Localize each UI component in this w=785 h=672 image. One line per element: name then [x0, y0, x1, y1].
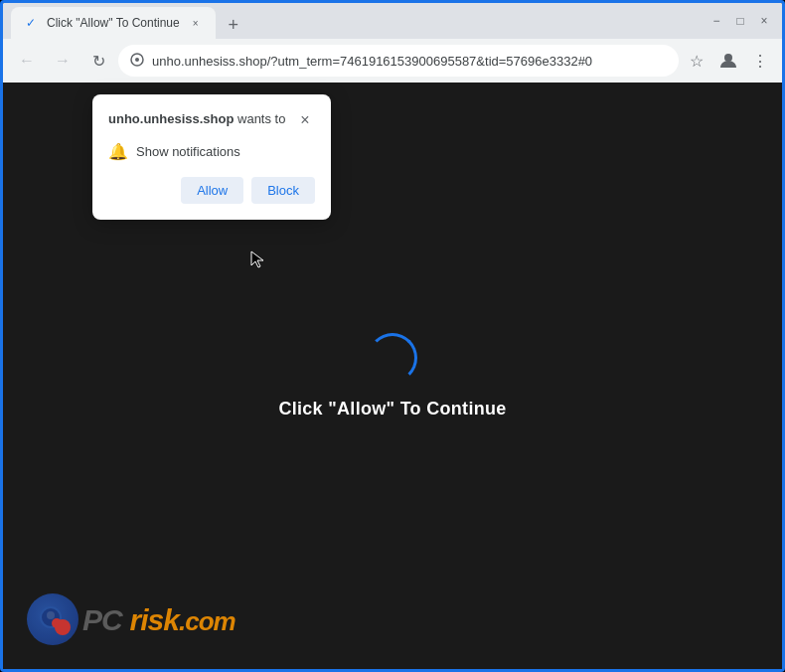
tab-close-button[interactable]: ×: [188, 15, 204, 31]
title-bar: ✓ Click "Allow" To Continue × + − □ ×: [3, 3, 782, 39]
security-icon: [130, 53, 144, 70]
pcrisk-risk-text: risk: [130, 603, 179, 636]
pcrisk-text: PC risk.com: [82, 601, 236, 638]
active-tab[interactable]: ✓ Click "Allow" To Continue ×: [11, 7, 216, 39]
refresh-button[interactable]: ↻: [82, 45, 114, 77]
svg-point-1: [135, 58, 139, 62]
popup-wants-text: wants to: [234, 111, 285, 126]
new-tab-button[interactable]: +: [220, 11, 247, 39]
allow-button[interactable]: Allow: [181, 177, 243, 204]
tab-title: Click "Allow" To Continue: [47, 16, 180, 30]
popup-notification-row: 🔔 Show notifications: [108, 142, 315, 161]
pcrisk-icon: [27, 593, 78, 645]
loading-spinner: [368, 333, 417, 383]
back-button[interactable]: ←: [11, 45, 43, 77]
page-content: Click "Allow" To Continue PC risk.com: [3, 83, 782, 669]
popup-title: unho.unhesiss.shop wants to: [108, 110, 295, 128]
svg-line-6: [60, 626, 65, 631]
bookmark-button[interactable]: ☆: [683, 47, 710, 75]
page-center: Click "Allow" To Continue: [278, 333, 506, 420]
notification-popup: unho.unhesiss.shop wants to × 🔔 Show not…: [92, 94, 331, 220]
popup-header: unho.unhesiss.shop wants to ×: [108, 110, 315, 130]
page-message: Click "Allow" To Continue: [278, 399, 506, 420]
maximize-button[interactable]: □: [730, 11, 750, 31]
popup-buttons: Allow Block: [108, 177, 315, 204]
pcrisk-pc-text: PC: [82, 601, 130, 637]
popup-notification-label: Show notifications: [136, 144, 240, 159]
profile-button[interactable]: [714, 47, 742, 75]
pcrisk-com-text: .com: [179, 606, 236, 636]
tab-strip: ✓ Click "Allow" To Continue × +: [11, 3, 706, 39]
pcrisk-logo: PC risk.com: [27, 593, 236, 645]
minimize-button[interactable]: −: [706, 11, 726, 31]
browser-window: ✓ Click "Allow" To Continue × + − □ × ← …: [0, 0, 785, 672]
address-bar: ← → ↻ unho.unhesiss.shop/?utm_term=74619…: [3, 39, 782, 83]
forward-button[interactable]: →: [47, 45, 78, 77]
tab-favicon: ✓: [23, 15, 39, 31]
block-button[interactable]: Block: [251, 177, 315, 204]
cursor: [249, 250, 269, 273]
url-bar[interactable]: unho.unhesiss.shop/?utm_term=74619161539…: [118, 45, 679, 77]
menu-button[interactable]: ⋮: [746, 47, 774, 75]
bell-icon: 🔔: [108, 142, 128, 161]
url-text: unho.unhesiss.shop/?utm_term=74619161539…: [152, 54, 667, 69]
close-window-button[interactable]: ×: [754, 11, 774, 31]
svg-point-7: [47, 611, 55, 619]
svg-point-5: [52, 618, 62, 628]
svg-point-2: [724, 54, 732, 62]
popup-domain: unho.unhesiss.shop: [108, 111, 234, 126]
window-controls: − □ ×: [706, 11, 774, 31]
popup-close-button[interactable]: ×: [295, 110, 315, 130]
